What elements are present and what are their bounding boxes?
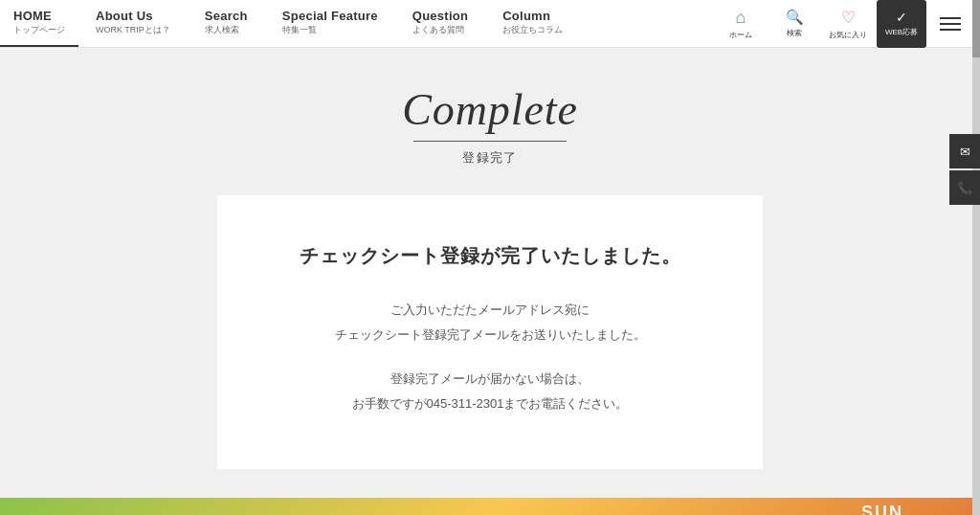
complete-underline (413, 141, 567, 142)
nav-item-about[interactable]: About Us WORK TRIPとは？ (78, 0, 188, 47)
card-note-text: 登録完了メールが届かない場合は、 お手数ですが045-311-2301までお電話… (352, 367, 629, 416)
content-card: チェックシート登録が完了いたしました。 ご入力いただたメールアドレス宛に チェッ… (217, 195, 763, 469)
icon-nav-search[interactable]: 🔍 検索 (769, 0, 819, 48)
note-line-1: 登録完了メールが届かない場合は、 (390, 371, 590, 386)
nav-title-column: Column (502, 9, 563, 23)
card-body-text: ご入力いただたメールアドレス宛に チェックシート登録完了メールをお送りいたしまし… (335, 298, 646, 347)
nav-item-question[interactable]: Question よくある質問 (395, 0, 485, 47)
nav-item-column[interactable]: Column お役立ちコラム (485, 0, 580, 47)
card-main-text: チェックシート登録が完了いたしました。 (300, 243, 681, 269)
complete-script-text: Complete (402, 86, 578, 135)
header: HOME トップページ About Us WORK TRIPとは？ Search… (0, 0, 980, 48)
nav-title-about: About Us (96, 9, 170, 23)
side-phone-button[interactable]: 📞 (949, 170, 980, 205)
nav-item-home[interactable]: HOME トップページ (0, 0, 78, 47)
home-icon-label: ホーム (729, 30, 752, 40)
web-apply-icon: ✓ (896, 10, 907, 25)
icon-nav-favorite[interactable]: ♡ お気に入り (823, 0, 873, 48)
hamburger-line-2 (940, 23, 961, 25)
mail-icon: ✉ (960, 145, 970, 159)
scrollbar[interactable] (972, 0, 980, 515)
nav-item-special[interactable]: Special Feature 特集一覧 (265, 0, 395, 47)
nav-item-search[interactable]: Search 求人検索 (188, 0, 265, 47)
side-buttons: ✉ 📞 (949, 134, 980, 205)
icon-nav: ⌂ ホーム 🔍 検索 ♡ お気に入り ✓ WEB応募 (706, 0, 980, 47)
heart-icon: ♡ (841, 8, 856, 28)
hamburger-line-1 (940, 17, 961, 19)
nav-subtitle-search: 求人検索 (205, 24, 248, 36)
main-content: Complete 登録完了 チェックシート登録が完了いたしました。 ご入力いただ… (0, 48, 980, 515)
nav-title-search: Search (205, 9, 248, 23)
icon-nav-web[interactable]: ✓ WEB応募 (877, 0, 926, 48)
hamburger-button[interactable] (930, 0, 970, 48)
home-icon: ⌂ (736, 8, 746, 28)
complete-kanji-text: 登録完了 (462, 149, 517, 167)
icon-nav-home[interactable]: ⌂ ホーム (716, 0, 766, 48)
hamburger-line-3 (940, 29, 961, 31)
search-icon-label: 検索 (787, 28, 802, 38)
main-nav: HOME トップページ About Us WORK TRIPとは？ Search… (0, 0, 706, 47)
bottom-banner (0, 498, 980, 515)
scrollbar-thumb (972, 0, 980, 57)
nav-subtitle-home: トップページ (13, 24, 65, 36)
favorite-icon-label: お気に入り (829, 30, 867, 40)
web-apply-label: WEB応募 (885, 27, 918, 37)
side-mail-button[interactable]: ✉ (949, 134, 980, 168)
complete-title-area: Complete 登録完了 (402, 86, 578, 167)
note-line-2: お手数ですが045-311-2301までお電話ください。 (352, 396, 629, 411)
nav-subtitle-about: WORK TRIPとは？ (96, 24, 170, 36)
nav-title-home: HOME (13, 9, 65, 23)
phone-icon: 📞 (957, 181, 972, 195)
body-line-2: チェックシート登録完了メールをお送りいたしました。 (335, 327, 646, 342)
search-icon: 🔍 (786, 9, 804, 26)
nav-subtitle-question: よくある質問 (412, 24, 468, 36)
nav-title-special: Special Feature (282, 9, 378, 23)
nav-title-question: Question (412, 9, 468, 23)
nav-subtitle-special: 特集一覧 (282, 24, 378, 36)
body-line-1: ご入力いただたメールアドレス宛に (390, 302, 590, 317)
nav-subtitle-column: お役立ちコラム (502, 24, 563, 36)
